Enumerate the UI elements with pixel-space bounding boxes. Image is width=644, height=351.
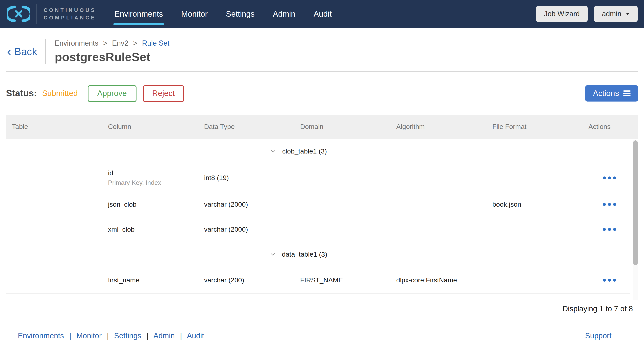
brand[interactable]: CONTINUOUS COMPLIANCE	[5, 4, 96, 24]
breadcrumb-rule-set[interactable]: Rule Set	[142, 39, 170, 47]
column-name: id	[108, 169, 198, 177]
table-group-row[interactable]: data_table1 (3)	[6, 242, 630, 267]
cell-data-type: varchar (2000)	[198, 217, 294, 242]
support-link[interactable]: Support	[585, 331, 612, 340]
cell-column: id Primary Key, Index	[102, 164, 198, 192]
breadcrumb-environments[interactable]: Environments	[55, 39, 98, 47]
footer-separator: |	[107, 331, 109, 340]
brand-line1: CONTINUOUS	[44, 7, 96, 13]
cell-domain	[294, 294, 390, 301]
cell-file-format	[486, 267, 582, 293]
footer-link-admin[interactable]: Admin	[153, 331, 175, 340]
status-badge: Submitted	[42, 89, 78, 98]
brand-divider	[36, 4, 37, 24]
section-divider	[6, 71, 638, 72]
group-table-name: data_table1 (3)	[282, 251, 327, 258]
job-wizard-label: Job Wizard	[544, 10, 580, 18]
footer-links: Environments | Monitor | Settings | Admi…	[18, 331, 204, 340]
footer-link-environments[interactable]: Environments	[18, 331, 64, 340]
nav-item-settings[interactable]: Settings	[225, 0, 256, 28]
cell-file-format	[486, 294, 582, 301]
cell-table	[6, 164, 102, 192]
table-scrollbar-track[interactable]	[633, 139, 638, 300]
user-menu-button[interactable]: admin	[594, 6, 638, 22]
chevron-down-icon	[270, 251, 276, 258]
cell-table	[6, 294, 102, 301]
cell-actions	[582, 294, 630, 301]
cell-data-type: int8 (19)	[198, 164, 294, 192]
back-label: Back	[14, 45, 37, 58]
cell-spacer	[582, 139, 630, 164]
job-wizard-button[interactable]: Job Wizard	[536, 6, 588, 22]
rule-set-table: Table Column Data Type Domain Algorithm …	[6, 114, 638, 301]
user-menu-label: admin	[602, 10, 622, 18]
table-row: json_clob varchar (2000) book.json	[6, 192, 630, 217]
cell-column: xml_clob	[102, 217, 198, 242]
app-root: CONTINUOUS COMPLIANCE Environments Monit…	[0, 0, 644, 351]
cell-algorithm: dlpx-core:FirstName	[390, 267, 486, 293]
reject-button[interactable]: Reject	[143, 85, 184, 102]
row-actions-menu-icon[interactable]	[601, 277, 618, 284]
brand-text: CONTINUOUS COMPLIANCE	[44, 6, 96, 22]
column-header-file-format: File Format	[486, 123, 582, 131]
breadcrumb-separator: >	[133, 39, 137, 47]
top-nav: CONTINUOUS COMPLIANCE Environments Monit…	[0, 0, 644, 28]
delphix-logo-icon	[7, 5, 30, 22]
cell-file-format	[486, 164, 582, 192]
footer-link-monitor[interactable]: Monitor	[76, 331, 102, 340]
breadcrumb-separator: >	[103, 39, 107, 47]
cell-actions	[582, 267, 630, 293]
table-row-partial: id int8 (19)	[6, 294, 630, 301]
cell-actions	[582, 217, 630, 242]
actions-button[interactable]: Actions	[586, 85, 638, 101]
group-toggle[interactable]: data_table1 (3)	[6, 242, 582, 267]
column-header-column: Column	[102, 123, 198, 131]
footer-separator: |	[69, 331, 71, 340]
breadcrumb-env2[interactable]: Env2	[112, 39, 128, 47]
column-header-algorithm: Algorithm	[390, 123, 486, 131]
nav-item-environments[interactable]: Environments	[114, 0, 164, 28]
brand-line2: COMPLIANCE	[44, 15, 96, 21]
nav-item-audit[interactable]: Audit	[313, 0, 332, 28]
back-button[interactable]: ‹ Back	[6, 45, 37, 58]
cell-domain	[294, 217, 390, 242]
cell-spacer	[582, 242, 630, 267]
footer-separator: |	[180, 331, 182, 340]
breadcrumb: Environments > Env2 > Rule Set	[55, 39, 170, 48]
hamburger-icon	[623, 90, 630, 96]
pagination-status: Displaying 1 to 7 of 8	[0, 304, 633, 313]
column-header-domain: Domain	[294, 123, 390, 131]
cell-table	[6, 192, 102, 217]
nav-item-admin[interactable]: Admin	[272, 0, 296, 28]
cell-column: first_name	[102, 267, 198, 293]
cell-algorithm	[390, 217, 486, 242]
cell-algorithm	[390, 164, 486, 192]
footer-link-audit[interactable]: Audit	[187, 331, 204, 340]
footer-link-settings[interactable]: Settings	[114, 331, 141, 340]
row-actions-menu-icon[interactable]	[601, 174, 618, 182]
cell-algorithm	[390, 192, 486, 217]
column-header-table: Table	[6, 123, 102, 131]
primary-nav: Environments Monitor Settings Admin Audi…	[114, 0, 332, 28]
cell-column: id	[102, 294, 198, 301]
caret-down-icon	[626, 13, 630, 15]
group-toggle[interactable]: clob_table1 (3)	[6, 139, 582, 164]
row-actions-menu-icon[interactable]	[601, 226, 618, 233]
cell-data-type: varchar (2000)	[198, 192, 294, 217]
cell-domain	[294, 164, 390, 192]
cell-domain: FIRST_NAME	[294, 267, 390, 293]
table-row: first_name varchar (200) FIRST_NAME dlpx…	[6, 267, 630, 294]
column-header-data-type: Data Type	[198, 123, 294, 131]
cell-domain	[294, 192, 390, 217]
table-body: clob_table1 (3) id Primary Key, Index in…	[6, 139, 630, 301]
site-footer: Environments | Monitor | Settings | Admi…	[0, 331, 644, 340]
table-row: xml_clob varchar (2000)	[6, 217, 630, 242]
column-keys: Primary Key, Index	[108, 179, 198, 186]
table-group-row[interactable]: clob_table1 (3)	[6, 139, 630, 164]
table-scrollbar-thumb[interactable]	[633, 140, 638, 265]
status-label: Status:	[6, 88, 37, 99]
approve-button[interactable]: Approve	[88, 85, 136, 102]
row-actions-menu-icon[interactable]	[601, 201, 618, 208]
status-bar: Status: Submitted Approve Reject Actions	[6, 85, 638, 102]
nav-item-monitor[interactable]: Monitor	[180, 0, 208, 28]
